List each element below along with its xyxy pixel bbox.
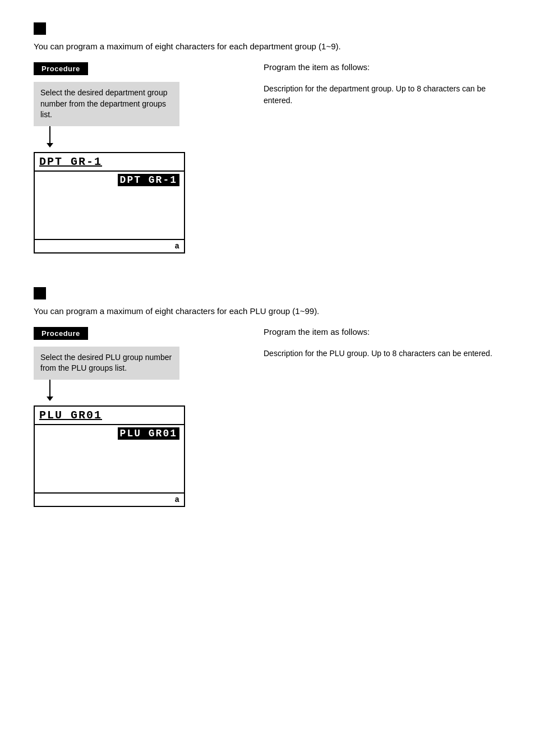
- section-marker-1: [34, 22, 46, 35]
- section1-arrow-line: [49, 126, 50, 143]
- section1-right: Program the item as follows: Description…: [247, 62, 501, 107]
- section1-desc-text: Description for the department group. Up…: [264, 83, 501, 107]
- section2-layout: Procedure Select the desired PLU group n…: [34, 327, 501, 507]
- section1-arrow-head: [47, 143, 53, 147]
- section1-lcd-body: DPT GR-1: [35, 172, 184, 239]
- section-description-1: You can program a maximum of eight chara…: [34, 42, 501, 51]
- section1-program-label: Program the item as follows:: [264, 62, 501, 72]
- section1-step-box: Select the desired department group numb…: [34, 82, 179, 126]
- section-dept-group: You can program a maximum of eight chara…: [34, 22, 501, 253]
- section2-lcd-body: PLU GR01: [35, 425, 184, 492]
- section2-arrow: [34, 380, 247, 401]
- section2-step-box: Select the desired PLU group number from…: [34, 347, 179, 380]
- procedure-badge-2: Procedure: [34, 327, 88, 340]
- section1-desc: Description for the department group. Up…: [264, 83, 501, 107]
- section1-layout: Procedure Select the desired department …: [34, 62, 501, 253]
- section2-arrow-head: [47, 397, 53, 401]
- section2-left: Procedure Select the desired PLU group n…: [34, 327, 247, 507]
- section2-desc-text: Description for the PLU group. Up to 8 c…: [264, 348, 501, 359]
- section-plu-group: You can program a maximum of eight chara…: [34, 287, 501, 507]
- section2-right: Program the item as follows: Description…: [247, 327, 501, 359]
- section2-lcd: PLU GR01 PLU GR01 a: [34, 405, 185, 507]
- section2-lcd-entry: PLU GR01: [118, 427, 179, 440]
- section1-lcd-header: DPT GR-1: [35, 153, 184, 172]
- section2-lcd-header: PLU GR01: [35, 407, 184, 425]
- section-description-2: You can program a maximum of eight chara…: [34, 306, 501, 316]
- section1-lcd: DPT GR-1 DPT GR-1 a: [34, 152, 185, 253]
- section2-program-label: Program the item as follows:: [264, 327, 501, 336]
- section1-lcd-entry: DPT GR-1: [118, 174, 179, 186]
- section2-arrow-line: [49, 380, 50, 397]
- section1-left: Procedure Select the desired department …: [34, 62, 247, 253]
- section-marker-2: [34, 287, 46, 299]
- section1-step-text: Select the desired department group numb…: [40, 88, 167, 119]
- section1-lcd-footer: a: [35, 239, 184, 252]
- procedure-badge-1: Procedure: [34, 62, 88, 75]
- section1-arrow: [34, 126, 247, 147]
- section2-step-text: Select the desired PLU group number from…: [40, 353, 172, 373]
- section2-desc: Description for the PLU group. Up to 8 c…: [264, 348, 501, 359]
- section2-lcd-footer: a: [35, 492, 184, 506]
